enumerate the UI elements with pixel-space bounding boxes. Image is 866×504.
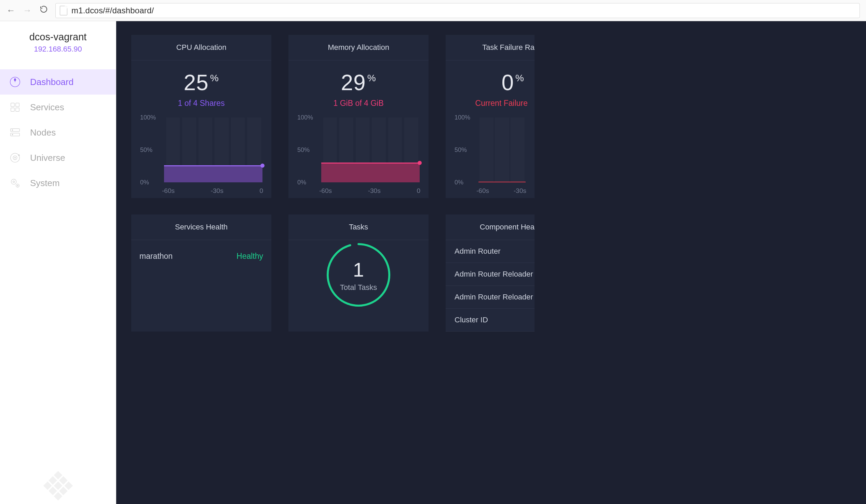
sidebar-item-label: Services — [30, 102, 64, 113]
svg-point-13 — [14, 157, 16, 158]
tasks-ring: 1 Total Tasks — [325, 241, 392, 308]
svg-rect-24 — [48, 486, 57, 495]
address-bar[interactable]: m1.dcos/#/dashboard/ — [55, 3, 860, 18]
svg-rect-26 — [54, 492, 62, 501]
svg-point-1 — [14, 78, 16, 81]
cluster-ip[interactable]: 192.168.65.90 — [0, 45, 116, 54]
sidebar-item-universe[interactable]: Universe — [0, 145, 116, 170]
svg-rect-19 — [48, 476, 57, 485]
tasks-count: 1 — [353, 258, 364, 281]
dashboard-main: CPU Allocation 25% 1 of 4 Shares 100% 50… — [116, 21, 866, 504]
svg-rect-22 — [54, 481, 62, 490]
fail-percent: 0% — [453, 70, 528, 95]
sidebar-nav: Dashboard Services Nodes Universe — [0, 69, 116, 196]
component-item[interactable]: Cluster ID — [446, 309, 534, 332]
mem-chart: 100% 50% 0% — [297, 117, 420, 182]
fail-chart: 100% 50% 0% — [455, 117, 526, 182]
cpu-percent: 25% — [138, 70, 265, 95]
servers-icon — [9, 126, 21, 139]
component-item[interactable]: Admin Router Reloader — [446, 286, 534, 309]
y-tick: 0% — [140, 179, 149, 186]
x-axis: -60s-30s0 — [162, 187, 265, 195]
svg-point-8 — [12, 130, 13, 130]
svg-point-9 — [12, 134, 13, 135]
y-tick: 0% — [297, 179, 306, 186]
sidebar-item-label: Universe — [30, 153, 65, 163]
sidebar-item-system[interactable]: System — [0, 170, 116, 196]
y-tick: 50% — [455, 147, 467, 154]
browser-toolbar: ← → m1.dcos/#/dashboard/ — [0, 0, 866, 21]
component-item[interactable]: Admin Router Reloader — [446, 263, 534, 286]
svg-point-14 — [11, 179, 16, 184]
y-tick: 50% — [140, 147, 153, 154]
card-cpu-allocation: CPU Allocation 25% 1 of 4 Shares 100% 50… — [131, 35, 271, 198]
sidebar-item-nodes[interactable]: Nodes — [0, 120, 116, 145]
service-name: marathon — [140, 252, 173, 261]
cards-row-1: CPU Allocation 25% 1 of 4 Shares 100% 50… — [131, 35, 866, 198]
svg-point-16 — [16, 184, 19, 187]
x-axis: -60s-30s — [476, 187, 528, 195]
sidebar-item-label: Dashboard — [30, 77, 74, 88]
dcos-logo — [39, 469, 77, 504]
card-title: Services Health — [131, 215, 271, 240]
card-title: Memory Allocation — [288, 35, 429, 60]
sidebar-item-dashboard[interactable]: Dashboard — [0, 69, 116, 94]
sidebar-item-label: Nodes — [30, 127, 56, 138]
sidebar: dcos-vagrant 192.168.65.90 Dashboard Ser… — [0, 21, 116, 504]
page-icon — [60, 6, 67, 15]
back-button[interactable]: ← — [6, 5, 16, 16]
forward-button[interactable]: → — [23, 5, 32, 16]
card-title: Tasks — [288, 215, 429, 240]
card-memory-allocation: Memory Allocation 29% 1 GiB of 4 GiB 100… — [288, 35, 429, 198]
svg-rect-5 — [16, 108, 19, 111]
svg-rect-20 — [59, 476, 67, 485]
service-row[interactable]: marathon Healthy — [138, 250, 265, 263]
svg-rect-18 — [54, 471, 62, 479]
y-tick: 100% — [140, 114, 156, 121]
svg-point-12 — [18, 154, 20, 156]
sidebar-item-services[interactable]: Services — [0, 94, 116, 120]
svg-rect-25 — [59, 486, 67, 495]
mem-subline: 1 GiB of 4 GiB — [295, 99, 422, 108]
cluster-header: dcos-vagrant 192.168.65.90 — [0, 21, 116, 60]
svg-rect-23 — [64, 481, 73, 490]
gauge-icon — [9, 76, 21, 88]
x-axis: -60s-30s0 — [319, 187, 422, 195]
cluster-name: dcos-vagrant — [0, 32, 116, 43]
card-failure-rate: Task Failure Ra 0% Current Failure 100% … — [446, 35, 534, 198]
card-title: Task Failure Ra — [446, 35, 534, 60]
card-services-health: Services Health marathon Healthy — [131, 215, 271, 332]
cpu-subline: 1 of 4 Shares — [138, 99, 265, 108]
sidebar-item-label: System — [30, 178, 60, 188]
svg-rect-4 — [11, 108, 14, 111]
orbit-icon — [9, 152, 21, 164]
svg-point-15 — [13, 181, 15, 183]
fail-subline: Current Failure — [453, 99, 528, 108]
tasks-label: Total Tasks — [340, 283, 377, 292]
url-text: m1.dcos/#/dashboard/ — [71, 6, 154, 15]
y-tick: 0% — [455, 179, 464, 186]
svg-rect-2 — [11, 103, 14, 106]
y-tick: 50% — [297, 147, 310, 154]
grid-icon — [9, 101, 21, 113]
app-frame: dcos-vagrant 192.168.65.90 Dashboard Ser… — [0, 21, 866, 504]
svg-point-17 — [17, 185, 18, 186]
service-status: Healthy — [236, 252, 263, 261]
svg-rect-3 — [16, 103, 19, 106]
mem-percent: 29% — [295, 70, 422, 95]
y-tick: 100% — [297, 114, 313, 121]
component-item[interactable]: Admin Router — [446, 240, 534, 263]
y-tick: 100% — [455, 114, 470, 121]
card-title: Component Hea — [446, 215, 534, 240]
reload-button[interactable] — [39, 5, 48, 16]
cpu-chart: 100% 50% 0% — [140, 117, 263, 182]
card-tasks: Tasks 1 Total Tasks — [288, 215, 429, 332]
svg-rect-21 — [43, 481, 52, 490]
card-title: CPU Allocation — [131, 35, 271, 60]
card-component-health: Component Hea Admin Router Admin Router … — [446, 215, 534, 332]
gears-icon — [9, 177, 21, 189]
cards-row-2: Services Health marathon Healthy Tasks — [131, 215, 866, 332]
